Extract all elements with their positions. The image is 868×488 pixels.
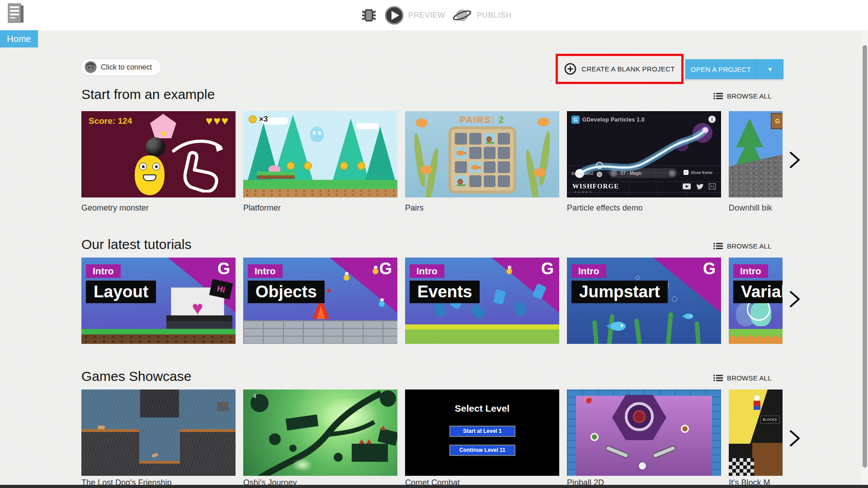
section-title-tutorials: Our latest tutorials <box>81 237 191 252</box>
tile <box>455 133 467 145</box>
prev-icon: ‹ <box>610 170 617 177</box>
chevron-right-icon <box>787 290 803 308</box>
browse-all-tutorials-button[interactable]: BROWSE ALL <box>713 242 772 250</box>
show-frame-label: Show frame <box>691 170 712 175</box>
browse-all-examples-button[interactable]: BROWSE ALL <box>713 92 772 100</box>
youtube-icon <box>683 183 691 189</box>
spike <box>359 439 364 444</box>
downhill-thumbnail: G <box>729 111 783 197</box>
tutorial-card-layout[interactable]: G ♥ Hi Intro Layout <box>81 258 236 344</box>
cloud <box>356 123 379 129</box>
example-card-platformer[interactable]: ×3 Platformer <box>243 111 397 197</box>
open-project-button[interactable]: OPEN A PROJECT <box>685 59 756 79</box>
example-card-particle-effects[interactable]: G GDevelop Particles 1.0 i Background ‹ … <box>567 111 721 197</box>
ember <box>327 289 331 293</box>
browse-all-showcase-button[interactable]: BROWSE ALL <box>713 374 772 382</box>
objects-thumbnail: G Intro Objects <box>243 258 397 344</box>
comet-thumbnail: Select Level Start at Level 1 Continue L… <box>405 389 559 476</box>
example-card-geometry-monster[interactable]: Score: 124 ♥♥♥ ✦ Geometry monster <box>81 111 236 197</box>
hearts-icon: ♥♥♥ <box>206 114 229 128</box>
browse-all-label: BROWSE ALL <box>727 242 772 250</box>
coin-count-text: ×3 <box>259 115 268 124</box>
snail <box>486 136 492 142</box>
showcase-next-button[interactable] <box>786 429 804 447</box>
tutorials-next-button[interactable] <box>786 290 804 308</box>
pufferfish <box>420 165 432 174</box>
spike <box>381 426 386 430</box>
showcase-card-pinball[interactable]: Pinball 2D <box>567 389 721 476</box>
tutorial-card-jumpstart[interactable]: G Intro Jumpstart <box>567 258 721 344</box>
publish-button[interactable]: PUBLISH <box>452 6 511 25</box>
open-project-dropdown-button[interactable]: ▼ <box>756 59 783 79</box>
coin-icon <box>249 115 257 123</box>
tutorial-card-variables[interactable]: +1 Intro Variab <box>729 258 783 344</box>
examples-next-button[interactable] <box>786 151 804 169</box>
tile <box>469 147 481 159</box>
fish <box>610 322 626 331</box>
fish <box>471 165 479 170</box>
coin <box>340 162 348 170</box>
pairs-score: PAIRS: 2 <box>405 115 559 125</box>
bomb <box>146 137 165 157</box>
example-card-pairs[interactable]: PAIRS: 2 Pairs <box>405 111 559 197</box>
debug-button[interactable] <box>359 6 378 25</box>
showcase-card-oshi[interactable]: 4 Oshi's Journey <box>243 389 397 476</box>
browse-all-label: BROWSE ALL <box>727 92 772 100</box>
card-title: Particle effects demo <box>567 203 721 213</box>
silhouette-road <box>243 389 397 476</box>
demo-title: GDevelop Particles 1.0 <box>582 117 645 123</box>
checkbox-icon: ✓ <box>684 170 689 175</box>
monster <box>135 155 165 195</box>
tutorial-heading: Layout <box>86 281 156 303</box>
project-manager-button[interactable] <box>5 3 27 27</box>
fish <box>684 314 693 319</box>
tile-snail <box>455 175 467 187</box>
robot <box>433 301 447 318</box>
showcase-card-lost-dog[interactable]: The Lost Dog's Frienship <box>81 389 236 476</box>
tree <box>736 118 763 147</box>
wooden-desk <box>752 443 783 476</box>
publish-label: PUBLISH <box>477 11 511 20</box>
preview-button[interactable]: PREVIEW <box>385 6 445 25</box>
toolbar-actions: PREVIEW PUBLISH <box>359 3 511 28</box>
create-blank-project-button[interactable]: CREATE A BLANK PROJECT <box>564 63 675 75</box>
layout-thumbnail: G ♥ Hi Intro Layout <box>81 258 236 344</box>
card-title: Downhill bik <box>729 203 783 213</box>
showcase-card-blocks[interactable]: BLOCKS It's Block M <box>729 389 783 476</box>
scrollbar-thumb[interactable] <box>863 45 867 468</box>
hand-gesture-icon <box>167 129 231 192</box>
wooden-sign: G <box>771 113 783 129</box>
tutorial-card-objects[interactable]: G Intro Objects <box>243 258 397 344</box>
lost-dog-thumbnail <box>81 389 236 476</box>
tutorial-heading: Jumpstart <box>571 281 668 303</box>
target-core <box>633 410 646 423</box>
seaweed <box>666 312 673 344</box>
coin <box>357 162 365 170</box>
wishforge-logo: WISHFORGE <box>572 183 619 190</box>
wishforge-sub: GAMES <box>574 191 593 193</box>
oshi-thumbnail: 4 <box>243 389 397 476</box>
connect-profile-button[interactable]: Click to connect <box>80 58 161 76</box>
robot <box>470 303 486 319</box>
example-card-downhill-bike[interactable]: G Downhill bik <box>729 111 783 197</box>
blocks-sign: BLOCKS <box>760 416 779 423</box>
tutorial-heading: Events <box>410 281 480 303</box>
snail <box>458 179 463 184</box>
tile-fish <box>455 147 467 159</box>
info-icon: i <box>708 116 716 123</box>
showcase-card-comet-combat[interactable]: Select Level Start at Level 1 Continue L… <box>405 389 559 476</box>
rocky-slope <box>729 155 783 197</box>
project-manager-icon <box>6 3 26 26</box>
browse-all-label: BROWSE ALL <box>727 374 772 382</box>
monster-eye <box>139 163 147 170</box>
tile <box>498 175 510 187</box>
bumper <box>681 425 689 433</box>
avatar-icon <box>85 61 97 73</box>
tab-home[interactable]: Home <box>0 30 38 47</box>
bee <box>373 268 378 274</box>
fish <box>457 150 464 155</box>
coin <box>287 162 295 170</box>
tutorial-card-events[interactable]: G Intro Events <box>405 258 559 344</box>
blocks-thumbnail: BLOCKS <box>729 389 783 476</box>
robot <box>514 301 527 316</box>
